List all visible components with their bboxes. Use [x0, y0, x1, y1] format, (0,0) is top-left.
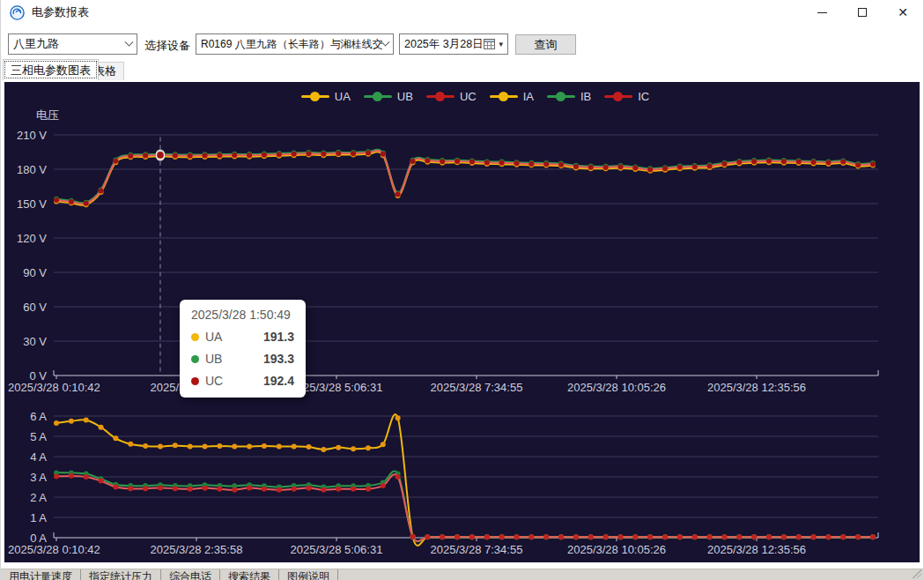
x-axis-tick-label: 2025/3/28 7:34:55: [431, 543, 523, 556]
tooltip-series-label: UB: [205, 352, 222, 366]
legend-item-ub[interactable]: UB: [364, 90, 413, 103]
x-axis-tick-label: 2025/3/28 10:05:26: [567, 543, 666, 556]
chart-axis-title: 电压: [36, 108, 59, 122]
legend-label: UB: [397, 90, 413, 103]
close-button[interactable]: ✕: [883, 0, 923, 25]
window-title: 电参数报表: [32, 4, 89, 20]
legend-item-ic[interactable]: IC: [604, 90, 649, 103]
y-axis-tick-label: 60 V: [23, 301, 47, 314]
x-axis-tick-label: 2025/3/28 2:35:58: [151, 543, 243, 556]
tooltip-series-label: UC: [205, 374, 223, 388]
app-window: 电参数报表 ✕ 八里九路 选择设备 R0169 八里九路（长丰路）与湘桂线交 2…: [0, 0, 924, 580]
app-icon: [10, 5, 25, 20]
series-dot-icon: [191, 333, 199, 341]
minimize-button[interactable]: [802, 0, 842, 25]
y-axis-tick-label: 6 A: [30, 410, 47, 423]
legend-label: IA: [523, 90, 534, 103]
y-axis-tick-label: 1 A: [30, 511, 47, 524]
x-axis-tick-label: 2025/3/28 10:05:26: [567, 381, 666, 394]
bottom-spacer: [1, 562, 923, 569]
chevron-down-icon: [125, 37, 134, 46]
y-axis-tick-label: 180 V: [17, 163, 47, 176]
query-button[interactable]: 查询: [515, 34, 576, 55]
x-axis-tick-label: 2025/3/28 7:34:55: [431, 381, 523, 394]
legend-marker-icon: [364, 92, 392, 102]
tooltip-row: UB193.3: [191, 352, 294, 366]
legend-marker-icon: [547, 92, 575, 102]
series-dot-icon: [191, 355, 199, 363]
x-axis-tick-label: 2025/3/28 0:10:42: [8, 381, 100, 394]
x-axis-tick-label: 2025/3/28 12:35:56: [707, 381, 806, 394]
chevron-down-icon: [381, 37, 390, 46]
legend-marker-icon: [490, 92, 518, 102]
tooltip-row: UA191.3: [191, 330, 294, 344]
area-combobox-value: 八里九路: [13, 36, 59, 52]
tab-chart[interactable]: 三相电参数图表: [3, 59, 99, 80]
legend-label: IB: [580, 90, 591, 103]
legend-label: UC: [460, 90, 477, 103]
legend-marker-icon: [301, 92, 329, 102]
legend-item-ia[interactable]: IA: [490, 90, 534, 103]
device-combobox[interactable]: R0169 八里九路（长丰路）与湘桂线交: [196, 33, 394, 55]
legend-item-uc[interactable]: UC: [426, 90, 477, 103]
x-axis-tick-label: 2025/3/28 5:06:31: [291, 543, 383, 556]
clipped-status-text: 图例说明: [279, 569, 338, 580]
device-label: 选择设备: [144, 38, 190, 54]
title-bar: 电参数报表 ✕: [1, 0, 923, 25]
clipped-status-text: 指定统计压力: [81, 569, 161, 580]
chart-legend: UAUBUCIAIBIC: [18, 90, 924, 103]
y-axis-tick-label: 90 V: [23, 266, 47, 279]
series-dot-icon: [191, 377, 199, 385]
chart-tooltip: 2025/3/28 1:50:49 UA191.3UB193.3UC192.4: [180, 300, 306, 398]
legend-item-ua[interactable]: UA: [301, 90, 351, 103]
legend-label: UA: [335, 90, 351, 103]
resize-grip-icon[interactable]: [913, 569, 921, 578]
y-axis-tick-label: 4 A: [30, 450, 47, 464]
maximize-icon: [858, 8, 867, 17]
chart-panel: UAUBUCIAIBIC 210 V180 V150 V120 V90 V60 …: [4, 82, 920, 562]
date-picker-value: 2025年 3月28日: [404, 37, 484, 52]
clipped-status-text: 综合电话: [161, 569, 220, 580]
y-axis-tick-label: 2 A: [30, 491, 47, 504]
clipped-status-text: 搜索结果: [220, 569, 279, 580]
date-picker[interactable]: 2025年 3月28日 ▼: [399, 33, 508, 55]
x-axis-tick-label: 2025/3/28 0:10:42: [8, 543, 100, 556]
x-axis-tick-label: 2025/3/28 12:35:56: [707, 543, 806, 556]
legend-marker-icon: [426, 92, 455, 102]
legend-marker-icon: [604, 92, 632, 102]
y-axis-tick-label: 3 A: [30, 471, 47, 484]
tooltip-series-value: 191.3: [263, 330, 294, 344]
y-axis-tick-label: 120 V: [17, 232, 47, 245]
tooltip-row: UC192.4: [191, 374, 294, 388]
legend-item-ib[interactable]: IB: [547, 90, 591, 103]
legend-label: IC: [638, 90, 649, 103]
tooltip-series-value: 193.3: [263, 352, 294, 366]
y-axis-tick-label: 5 A: [30, 430, 47, 443]
minimize-icon: [817, 12, 827, 13]
bottom-status-strip: 用电计量速度指定统计压力综合电话搜索结果图例说明: [1, 569, 923, 580]
tooltip-series-value: 192.4: [263, 374, 294, 388]
area-combobox[interactable]: 八里九路: [8, 33, 137, 55]
tooltip-timestamp: 2025/3/28 1:50:49: [191, 308, 294, 322]
close-icon: ✕: [898, 6, 908, 19]
charts-canvas[interactable]: 210 V180 V150 V120 V90 V60 V30 V0 V2025/…: [4, 82, 920, 562]
y-axis-tick-label: 30 V: [23, 335, 47, 348]
y-axis-tick-label: 150 V: [17, 197, 47, 211]
y-axis-tick-label: 210 V: [17, 129, 47, 142]
dropdown-arrow-icon: ▼: [498, 41, 505, 48]
device-combobox-value: R0169 八里九路（长丰路）与湘桂线交: [201, 37, 382, 52]
clipped-status-text: 用电计量速度: [1, 569, 81, 580]
maximize-button[interactable]: [842, 0, 883, 25]
calendar-icon: [484, 39, 495, 49]
tooltip-series-label: UA: [205, 330, 222, 344]
